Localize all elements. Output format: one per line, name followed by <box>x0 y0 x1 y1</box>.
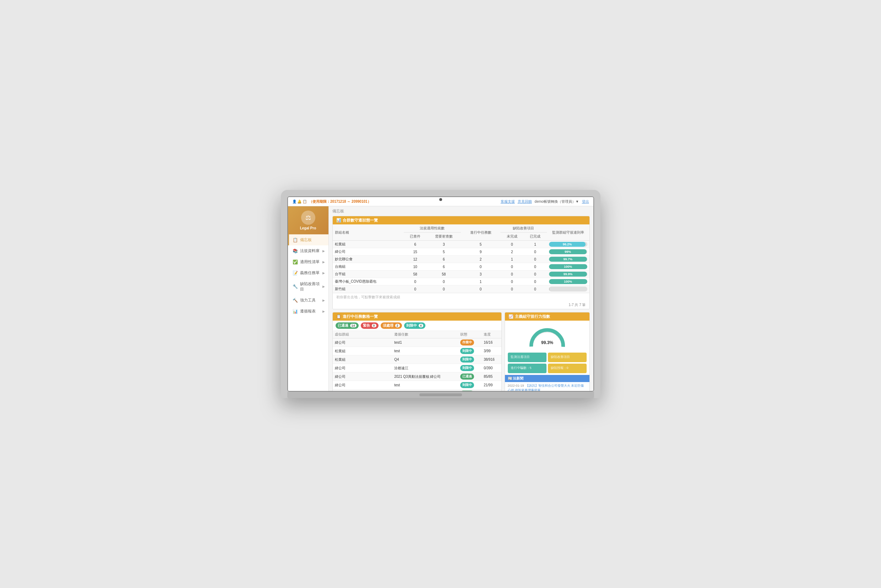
badge-deadline[interactable]: 到限中 4 <box>404 322 425 329</box>
cell-in-progress: 3 <box>461 271 501 278</box>
sidebar-item-corrections[interactable]: 🔧 缺陷改善項目 ▶ <box>288 278 329 295</box>
sidebar-label-applicable: 適用性清單 <box>300 259 320 264</box>
th-in-progress: 進行中任務數 <box>461 224 501 241</box>
task-cell-status: 作業中 <box>458 338 482 347</box>
cell-need-check: 58 <box>427 271 461 278</box>
th-compliance-count: 法規適用性統數 <box>404 224 461 232</box>
cell-in-progress: 9 <box>461 248 501 256</box>
cell-checked: 15 <box>404 248 427 256</box>
task-cell-group: 緯公司 <box>333 364 392 372</box>
stat-label-defect: 缺陷改善項目 <box>551 355 584 359</box>
task-cell-name[interactable]: 洽都遠江 <box>392 364 458 372</box>
badge-processing[interactable]: 須處理 2 <box>381 322 402 329</box>
task-cell-name[interactable]: test <box>392 381 458 390</box>
status-badge: 到限中 <box>460 365 474 371</box>
cell-group-name: 新竹組 <box>333 285 404 293</box>
feedback-link[interactable]: 意見回饋 <box>518 199 532 204</box>
tools-icon: 🔨 <box>293 298 298 303</box>
app-container: ⚖ Legal Pro 📋 備忘板 📚 法規資料庫 ▶ ✅ 適用性清單 ▶ <box>288 206 593 391</box>
cell-group-name: 妙北聯公會 <box>333 256 404 263</box>
badge-deadline-count: 4 <box>419 324 423 327</box>
sidebar-item-legal[interactable]: 📚 法規資料庫 ▶ <box>288 245 329 256</box>
badge-processing-count: 2 <box>395 324 400 327</box>
cell-incomplete: 0 <box>500 271 524 278</box>
task-cell-group: 松業組 <box>333 356 392 364</box>
memo-icon: 📋 <box>293 237 298 243</box>
sub-th-complete: 已完成 <box>524 232 546 241</box>
task-row: 緯公司 test1 作業中 16/16 <box>333 338 501 347</box>
th-group-name: 群組名稱 <box>333 224 404 241</box>
task-cell-name[interactable]: Q4 <box>392 356 458 364</box>
stats-header: 📈 主義組守規行力指數 <box>505 312 590 321</box>
sidebar-item-tools[interactable]: 🔨 強力工具 ▶ <box>288 295 329 306</box>
stat-label-in-progress: 進行中騙數：5 <box>510 366 544 370</box>
table-row: 妙北聯公會 12 6 2 1 0 99.7% <box>333 256 590 263</box>
task-table: 虛似群組 遵循任數 狀態 進度 緯公司 test1 作業中 16/16 <box>333 331 501 391</box>
cell-checked: 0 <box>404 278 427 285</box>
stat-box-defect: 缺陷改善項目 <box>548 352 587 362</box>
status-badge: 已通過 <box>460 374 474 380</box>
sidebar-item-reports[interactable]: 📊 遵循報表 ▶ <box>288 306 329 317</box>
logo-text: Legal Pro <box>291 226 326 230</box>
sidebar-label-memo: 備忘板 <box>300 237 325 243</box>
badge-alert-count: 0 <box>372 324 377 327</box>
task-row: 臺灣小板_COVID恩除霸包 CSR常期料查 已通過 1/48 <box>333 390 501 391</box>
task-header: 📋 進行中任務數格一覽 <box>333 312 501 321</box>
task-row: 松業組 test 到限中 3/99 <box>333 347 501 356</box>
cell-group-name: 台南組 <box>333 263 404 271</box>
task-cell-group: 緯公司 <box>333 338 392 347</box>
logout-link[interactable]: 登出 <box>582 199 589 204</box>
cell-need-check: 5 <box>427 248 461 256</box>
news-header: 📰 法新聞 <box>505 375 590 382</box>
task-cell-status: 已通過 <box>458 390 482 391</box>
user-info[interactable]: demo帳號轉換（管理員）▼ <box>535 199 579 204</box>
chevron-icon-6: ▶ <box>323 310 325 313</box>
sidebar-label-tools: 強力工具 <box>300 297 320 303</box>
stat-label-defect-report: 缺陷預報：0 <box>551 366 584 370</box>
applicable-icon: ✅ <box>293 260 298 264</box>
task-cell-group: 緯公司 <box>333 372 392 381</box>
donut-container: 99.3% <box>505 321 590 351</box>
task-cell-progress: 21/99 <box>482 381 501 390</box>
status-badge: 作業中 <box>460 339 474 345</box>
sidebar-item-applicable[interactable]: ✅ 適用性清單 ▶ <box>288 256 329 267</box>
cell-rate: 96.2% <box>547 241 590 248</box>
tasks-icon: 📝 <box>293 271 298 276</box>
task-cell-progress: 3/99 <box>482 347 501 356</box>
task-cell-progress: 38/916 <box>482 356 501 364</box>
compliance-header-title: 合群數守遵狀態一覽 <box>343 218 378 223</box>
cell-checked: 10 <box>404 263 427 271</box>
reports-icon: 📊 <box>293 309 298 314</box>
cell-need-check: 6 <box>427 256 461 263</box>
stats-header-title: 主義組守規行力指數 <box>515 314 550 319</box>
cell-complete: 0 <box>524 278 546 285</box>
chevron-icon-5: ▶ <box>323 298 325 302</box>
table-footer-note: 初你要出去地，可點擊數字來被搜索成績 <box>333 293 590 301</box>
task-cell-name[interactable]: test1 <box>392 338 458 347</box>
cell-in-progress: 1 <box>461 278 501 285</box>
sidebar-item-memo[interactable]: 📋 備忘板 <box>288 234 329 245</box>
badge-alert[interactable]: 緊告 0 <box>361 322 378 329</box>
task-cell-name[interactable]: test <box>392 347 458 356</box>
task-cell-progress: 85/85 <box>482 372 501 381</box>
cell-need-check: 0 <box>427 278 461 285</box>
badge-completed-count: 14 <box>350 324 357 327</box>
task-cell-name[interactable]: 2021 Q3異動法規覆核 緯公司 <box>392 372 458 381</box>
cell-rate: 99.7% <box>547 256 590 263</box>
task-cell-group: 緯公司 <box>333 381 392 390</box>
stats-grid: 監測法遵項目 缺陷改善項目 進行中騙數：5 缺陷預報：0 <box>505 351 590 375</box>
task-cell-name[interactable]: CSR常期料查 <box>392 390 458 391</box>
task-filter-bar: 已通過 14 緊告 0 須處理 2 到限中 4 <box>333 321 501 331</box>
sidebar-item-tasks[interactable]: 📝 義務任務單 ▶ <box>288 267 329 278</box>
sidebar-label-legal: 法規資料庫 <box>300 248 320 254</box>
cell-incomplete: 0 <box>500 278 524 285</box>
stat-label-legal: 監測法遵項目 <box>510 355 544 359</box>
news-item: 2022-01-19【訴訊】智佳和合公司發聲大火 未近巨傷心然 德智來臺灣廉發展 <box>505 382 590 391</box>
support-link[interactable]: 客服支援 <box>501 199 515 204</box>
badge-completed[interactable]: 已通過 14 <box>336 322 359 329</box>
stats-container: 📈 主義組守規行力指數 99.3% <box>504 312 590 391</box>
cell-in-progress: 2 <box>461 256 501 263</box>
cell-group-name: 松業組 <box>333 241 404 248</box>
task-section: 📋 進行中任務數格一覽 已通過 14 緊告 0 <box>332 312 502 391</box>
header-right: 客服支援 意見回饋 demo帳號轉換（管理員）▼ 登出 <box>501 199 589 204</box>
